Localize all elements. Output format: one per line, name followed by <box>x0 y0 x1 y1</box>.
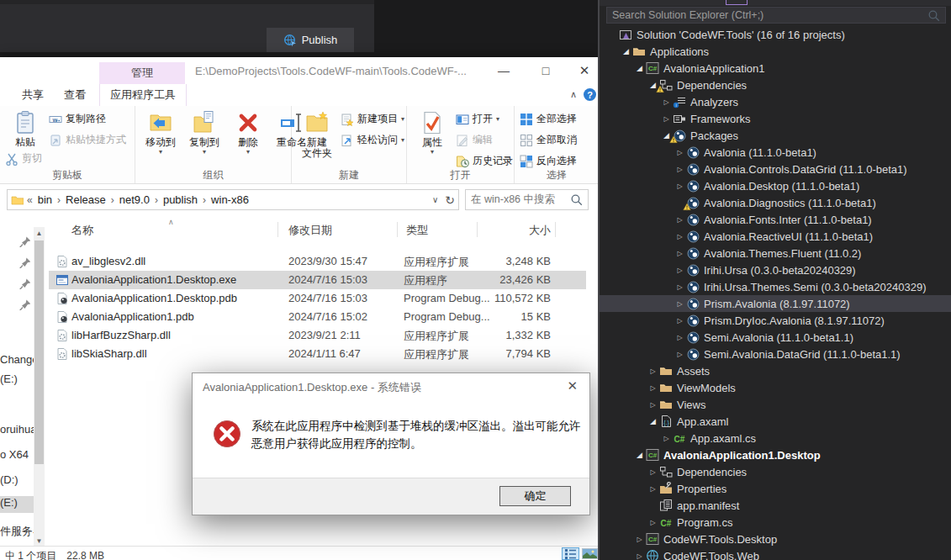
tree-item[interactable]: ◢C#AvaloniaApplication1.Desktop <box>600 446 951 463</box>
ribbon-collapse-icon[interactable]: ∧ <box>570 89 577 100</box>
close-button[interactable]: ✕ <box>570 60 599 82</box>
ribbon-button-delete[interactable]: 删除▾ <box>228 108 268 156</box>
minimize-button[interactable]: — <box>489 60 518 82</box>
tree-collapsed-arrow-icon[interactable]: ▷ <box>647 468 659 476</box>
tree-collapsed-arrow-icon[interactable]: ▷ <box>674 233 686 240</box>
ribbon-button-new-folder[interactable]: 新建文件夹 <box>297 108 337 159</box>
tree-item[interactable]: ▷Irihi.Ursa (0.3.0-beta20240329) <box>600 262 951 278</box>
nav-item[interactable]: Change <box>0 353 34 366</box>
tree-collapsed-arrow-icon[interactable]: ▷ <box>660 98 673 106</box>
ribbon-button-move-to[interactable]: 移动到▾ <box>140 108 181 156</box>
tree-item[interactable]: ▷Avalonia.Controls.DataGrid (11.1.0-beta… <box>600 161 951 177</box>
ribbon-button-new-item[interactable]: 新建项目▾ <box>341 108 404 129</box>
tree-item[interactable]: ◢Dependencies <box>600 77 951 93</box>
tree-collapsed-arrow-icon[interactable]: ▷ <box>647 367 659 375</box>
tree-collapsed-arrow-icon[interactable]: ▷ <box>647 519 659 526</box>
tab-share[interactable]: 共享 <box>12 84 54 106</box>
tree-item[interactable]: ▷Views <box>600 396 951 413</box>
details-view-toggle-icon[interactable] <box>562 547 579 560</box>
ribbon-button-paste-shortcut[interactable]: 粘贴快捷方式 <box>49 129 126 151</box>
tab-application-tools[interactable]: 应用程序工具 <box>99 84 187 106</box>
thumbnail-view-toggle-icon[interactable] <box>582 548 598 559</box>
pin-icon[interactable] <box>18 235 30 247</box>
tree-collapsed-arrow-icon[interactable]: ▷ <box>674 250 686 257</box>
breadcrumb-segment[interactable]: win-x86 <box>209 193 251 206</box>
tree-item[interactable]: ▷Avalonia.Fonts.Inter (11.1.0-beta1) <box>600 211 951 228</box>
file-row[interactable]: av_libglesv2.dll2023/9/30 15:47应用程序扩展3,2… <box>49 252 586 271</box>
tree-collapsed-arrow-icon[interactable]: ▷ <box>674 283 686 291</box>
dialog-close-icon[interactable]: ✕ <box>567 378 578 394</box>
breadcrumb-separator-icon[interactable]: › <box>199 194 209 206</box>
tree-item[interactable]: Solution 'CodeWF.Tools' (16 of 16 projec… <box>600 26 951 43</box>
breadcrumb-segment[interactable]: publish <box>161 193 199 206</box>
nav-item[interactable]: (D:) <box>0 473 34 486</box>
column-size[interactable]: 大小 <box>505 223 551 238</box>
tree-collapsed-arrow-icon[interactable]: ▷ <box>660 435 673 442</box>
tree-item[interactable]: ▷Avalonia.Themes.Fluent (11.0.2) <box>600 245 951 262</box>
tree-item[interactable]: ▷C#Program.cs <box>600 514 951 531</box>
help-icon[interactable]: ? <box>584 88 596 101</box>
file-row[interactable]: libHarfBuzzSharp.dll2023/9/21 2:11应用程序扩展… <box>49 326 586 345</box>
address-dropdown-icon[interactable]: ∨ <box>432 195 438 204</box>
nav-item[interactable]: (E:) <box>0 372 34 385</box>
tree-collapsed-arrow-icon[interactable]: ▷ <box>674 300 686 308</box>
scroll-up-icon[interactable]: ▲ <box>34 227 45 239</box>
tree-item[interactable]: ▷Properties <box>600 480 951 497</box>
tree-item[interactable]: ▷C#CodeWF.Tools.Desktop <box>600 531 951 547</box>
tree-item[interactable]: ▷Frameworks <box>600 110 951 127</box>
nav-item[interactable]: 件服务器 <box>0 524 34 539</box>
refresh-icon[interactable]: ↻ <box>445 193 455 207</box>
tree-item[interactable]: ▷Prism.Avalonia (8.1.97.11072) <box>600 295 951 312</box>
breadcrumb[interactable]: « bin›Release›net9.0›publish›win-x86 ∨ ↻ <box>7 189 459 210</box>
breadcrumb-separator-icon[interactable]: › <box>151 194 161 206</box>
breadcrumb-separator-icon[interactable]: › <box>108 194 118 206</box>
solution-explorer-search-input[interactable]: Search Solution Explorer (Ctrl+;) <box>606 7 946 24</box>
file-row[interactable]: AvaloniaApplication1.Desktop.pdb2024/7/1… <box>49 289 586 308</box>
file-row[interactable]: AvaloniaApplication1.pdb2024/7/16 15:02P… <box>49 308 586 326</box>
tree-item[interactable]: ▷ViewModels <box>600 379 951 396</box>
tree-collapsed-arrow-icon[interactable]: ▷ <box>674 351 686 358</box>
tree-item[interactable]: ▷Dependencies <box>600 463 951 480</box>
ribbon-button-easy-access[interactable]: 轻松访问▾ <box>341 129 404 151</box>
tab-view[interactable]: 查看 <box>54 84 96 106</box>
search-input[interactable]: 在 win-x86 中搜索 <box>465 189 589 210</box>
tree-item[interactable]: ▷Semi.Avalonia (11.1.0-beta1.1) <box>600 329 951 346</box>
scroll-down-icon[interactable]: ▼ <box>34 535 45 547</box>
nav-item[interactable]: oruihua <box>0 423 34 436</box>
tree-item[interactable]: ▷CodeWF.Tools.Web <box>600 547 951 560</box>
nav-scrollbar[interactable]: ▲▼ <box>34 227 45 547</box>
tree-item[interactable]: ◢{.}App.axaml <box>600 413 951 430</box>
nav-item[interactable]: o X64 <box>0 448 34 461</box>
tree-collapsed-arrow-icon[interactable]: ▷ <box>674 334 686 341</box>
ribbon-button-copy-to[interactable]: 复制到▾ <box>184 108 225 156</box>
ribbon-button-cut[interactable]: 剪切 <box>5 148 45 169</box>
tree-collapsed-arrow-icon[interactable]: ▷ <box>674 149 686 156</box>
tree-item[interactable]: ▷iAnalyzers <box>600 93 951 110</box>
tree-item[interactable]: ▷Avalonia (11.1.0-beta1) <box>600 144 951 161</box>
tree-item[interactable]: ▷Irihi.Ursa.Themes.Semi (0.3.0-beta20240… <box>600 278 951 295</box>
column-name[interactable]: 名称 <box>71 223 93 238</box>
pin-icon[interactable] <box>18 256 30 268</box>
tree-collapsed-arrow-icon[interactable]: ▷ <box>674 216 686 224</box>
ribbon-button-select-all[interactable]: 全部选择 <box>520 108 577 129</box>
tree-item[interactable]: ▷Avalonia.ReactiveUI (11.1.0-beta1) <box>600 228 951 245</box>
tree-expanded-arrow-icon[interactable]: ◢ <box>633 451 646 459</box>
ok-button[interactable]: 确定 <box>499 486 571 506</box>
tree-item[interactable]: ▷Assets <box>600 362 951 379</box>
tree-item[interactable]: ▷Semi.Avalonia.DataGrid (11.1.0-beta1.1) <box>600 346 951 362</box>
breadcrumb-segment[interactable]: bin <box>36 193 54 206</box>
file-row[interactable]: libSkiaSharp.dll2024/1/11 6:47应用程序扩展7,79… <box>49 345 586 363</box>
tree-collapsed-arrow-icon[interactable]: ▷ <box>674 166 686 173</box>
tree-item[interactable]: ◢C#AvaloniaApplication1 <box>600 60 951 77</box>
explorer-titlebar[interactable]: 管理 E:\DemoProjects\Tools.CodeWF-main\Too… <box>0 57 600 84</box>
tree-collapsed-arrow-icon[interactable]: ▷ <box>633 552 646 560</box>
breadcrumb-separator-icon[interactable]: › <box>54 194 64 206</box>
breadcrumb-segment[interactable]: net9.0 <box>118 193 151 206</box>
tree-item[interactable]: Avalonia.Diagnostics (11.1.0-beta1) <box>600 194 951 211</box>
tree-collapsed-arrow-icon[interactable]: ▷ <box>647 401 659 409</box>
tree-collapsed-arrow-icon[interactable]: ▷ <box>674 182 686 190</box>
pin-icon[interactable] <box>18 298 30 310</box>
tree-collapsed-arrow-icon[interactable]: ▷ <box>647 384 659 392</box>
tree-item[interactable]: ▷C#App.axaml.cs <box>600 430 951 446</box>
tree-item[interactable]: ▷Prism.DryIoc.Avalonia (8.1.97.11072) <box>600 312 951 329</box>
